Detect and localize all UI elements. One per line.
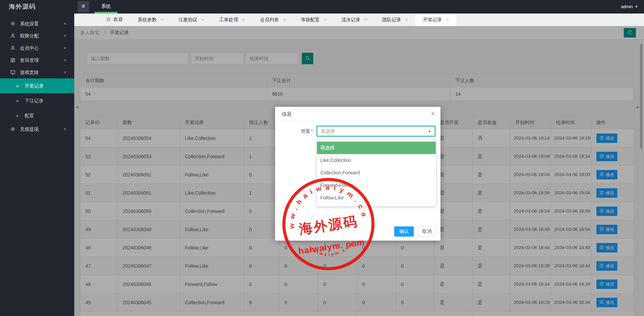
dropdown-option[interactable]: Forward,Follow xyxy=(317,179,436,192)
app-logo: 海外源码 xyxy=(9,0,36,14)
nav-active-underline xyxy=(95,12,117,14)
chevron-icon: < xyxy=(64,30,66,42)
sidebar-item[interactable]: 充值提现< xyxy=(0,123,74,135)
sidebar-menu: 系统设置<权限分配<会员中心<资讯管理<游戏竞猜<>开奖记录>下注记录>配置充值… xyxy=(0,14,74,135)
answer-select[interactable]: 请选择 ▲ xyxy=(317,126,435,137)
monitor-icon xyxy=(10,67,16,79)
tab-label: 开奖记录 xyxy=(423,17,442,22)
user-icon xyxy=(10,43,16,55)
chevron-icon: < xyxy=(64,18,66,30)
close-icon[interactable]: × xyxy=(405,17,408,22)
tab-会员列表[interactable]: 会员列表× xyxy=(252,13,293,26)
close-icon[interactable]: × xyxy=(431,107,435,120)
user-icon xyxy=(10,31,16,43)
tab-等级配置[interactable]: 等级配置× xyxy=(293,13,334,26)
arrow-right-icon: > xyxy=(16,84,19,89)
sidebar-item[interactable]: 游戏竞猜< xyxy=(0,66,74,78)
dropdown-option[interactable]: Collection,Forward xyxy=(317,167,436,179)
top-nav-system[interactable]: 系统 xyxy=(95,0,117,13)
tab-欢迎[interactable]: 欢迎 xyxy=(99,13,130,26)
tab-团队记录[interactable]: 团队记录× xyxy=(375,13,416,26)
gear-icon xyxy=(10,124,16,136)
close-icon[interactable]: × xyxy=(365,17,368,22)
tab-label: 注册协议 xyxy=(179,17,197,22)
sidebar-subitem-label: 开奖记录 xyxy=(25,83,44,89)
sidebar-item-label: 权限分配 xyxy=(20,33,39,39)
sidebar-subitem[interactable]: >开奖记录 xyxy=(0,78,74,93)
sidebar-item[interactable]: 权限分配< xyxy=(0,30,74,42)
chevron-icon: < xyxy=(64,42,66,54)
cancel-button[interactable]: 取消 xyxy=(417,226,437,237)
tab-label: 欢迎 xyxy=(113,17,123,22)
tab-bar: 欢迎系统参数×注册协议×工单处理×会员列表×等级配置×流水记录×团队记录×开奖记… xyxy=(74,13,644,26)
chevron-icon: < xyxy=(59,71,71,73)
sidebar: 系统设置<权限分配<会员中心<资讯管理<游戏竞猜<>开奖记录>下注记录>配置充值… xyxy=(0,14,74,316)
close-icon[interactable]: × xyxy=(446,17,449,22)
close-icon[interactable]: × xyxy=(283,17,286,22)
dropdown-option[interactable]: Follow,Like xyxy=(317,192,436,204)
chevron-down-icon: ▼ xyxy=(635,5,638,8)
tab-开奖记录[interactable]: 开奖记录× xyxy=(415,13,456,26)
tab-系统参数[interactable]: 系统参数× xyxy=(130,13,171,26)
sidebar-item-label: 资讯管理 xyxy=(20,57,39,63)
home-icon xyxy=(106,17,111,23)
sidebar-item-label: 会员中心 xyxy=(20,45,39,51)
answer-label: 答案* xyxy=(285,126,313,137)
sidebar-item-label: 游戏竞猜 xyxy=(20,70,39,75)
modal-title: 信息 xyxy=(282,111,292,117)
arrow-right-icon: > xyxy=(16,114,19,118)
sidebar-item[interactable]: 资讯管理< xyxy=(0,54,74,66)
tab-label: 团队记录 xyxy=(382,17,401,22)
close-icon[interactable]: × xyxy=(161,17,164,22)
chevron-icon: < xyxy=(64,54,66,66)
list-icon xyxy=(10,55,16,67)
close-icon[interactable]: × xyxy=(202,17,205,22)
tab-label: 会员列表 xyxy=(260,17,279,22)
arrow-right-icon: > xyxy=(16,99,19,103)
confirm-button[interactable]: 确认 xyxy=(394,226,414,237)
sidebar-subitem-label: 下注记录 xyxy=(25,98,44,103)
sidebar-subitem[interactable]: >下注记录 xyxy=(0,93,74,108)
tab-工单处理[interactable]: 工单处理× xyxy=(212,13,253,26)
tab-label: 等级配置 xyxy=(301,17,320,22)
sidebar-subitem-label: 配置 xyxy=(25,113,34,118)
chevron-icon: < xyxy=(64,123,66,135)
username-label: admin xyxy=(621,4,633,9)
close-icon[interactable]: × xyxy=(242,17,245,22)
top-header: 海外源码 ≡ 系统 admin▼ xyxy=(0,0,644,14)
dropdown-option[interactable]: 请选择 xyxy=(317,142,436,154)
sidebar-item-label: 充值提现 xyxy=(20,126,39,132)
modal-header: 信息 × xyxy=(275,107,440,121)
select-arrow-icon: ▲ xyxy=(428,126,431,136)
close-icon[interactable]: × xyxy=(324,17,327,22)
tab-流水记录[interactable]: 流水记录× xyxy=(334,13,375,26)
select-placeholder: 请选择 xyxy=(317,126,435,136)
sidebar-item[interactable]: 系统设置< xyxy=(0,18,74,30)
dropdown-option[interactable]: Like,Collection xyxy=(317,154,436,167)
tab-label: 工单处理 xyxy=(219,17,238,22)
sidebar-item-label: 系统设置 xyxy=(20,21,39,26)
required-mark: * xyxy=(311,128,313,134)
hamburger-menu-icon[interactable]: ≡ xyxy=(78,1,89,13)
sidebar-subitem[interactable]: >配置 xyxy=(0,108,74,123)
gear-icon xyxy=(10,19,16,31)
sidebar-item[interactable]: 会员中心< xyxy=(0,42,74,54)
admin-app: 海外源码 ≡ 系统 admin▼ 系统设置<权限分配<会员中心<资讯管理<游戏竞… xyxy=(0,0,644,316)
tab-注册协议[interactable]: 注册协议× xyxy=(171,13,212,26)
user-menu[interactable]: admin▼ xyxy=(621,0,638,14)
select-dropdown: 请选择Like,CollectionCollection,ForwardForw… xyxy=(317,139,436,206)
tab-label: 系统参数 xyxy=(138,17,157,22)
tab-label: 流水记录 xyxy=(342,17,360,22)
